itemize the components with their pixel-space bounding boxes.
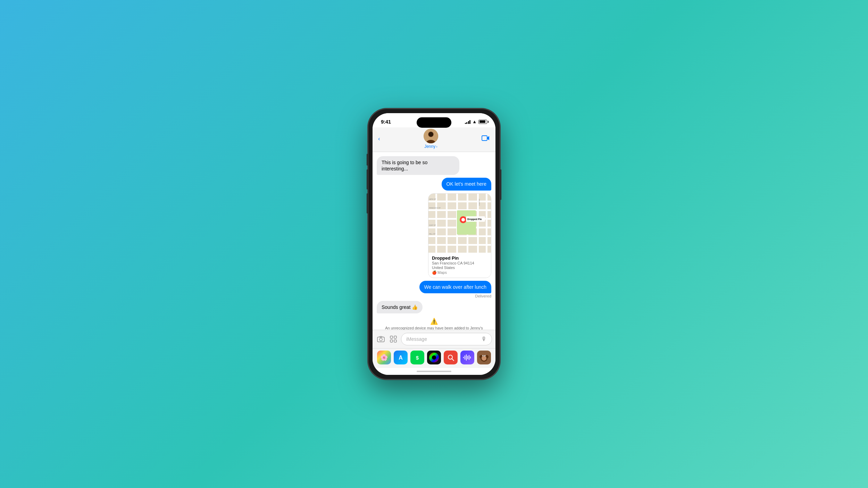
svg-rect-17 <box>486 194 487 253</box>
svg-text:A: A <box>399 355 403 361</box>
chevron-left-icon: ‹ <box>378 135 380 142</box>
svg-point-40 <box>432 355 436 360</box>
message-received-1: This is going to be so interesting... <box>377 156 491 175</box>
warning-text: An unrecognized device may have been add… <box>384 326 484 330</box>
bubble-sent-4: We can walk over after lunch <box>419 281 492 293</box>
microphone-icon: 🎙 <box>481 336 487 342</box>
svg-rect-4 <box>482 136 487 141</box>
svg-text:🌸: 🌸 <box>380 354 388 361</box>
warning-icon: ⚠️ <box>430 318 438 325</box>
video-call-button[interactable] <box>482 135 490 143</box>
svg-rect-13 <box>446 194 448 253</box>
svg-rect-33 <box>390 340 393 342</box>
svg-rect-11 <box>428 244 491 246</box>
back-button[interactable]: ‹ <box>378 135 380 142</box>
battery-icon <box>478 120 487 124</box>
apple-maps-icon: 🍎 <box>432 270 437 275</box>
svg-rect-34 <box>394 340 397 342</box>
volume-down-button[interactable] <box>367 193 368 213</box>
imessage-input[interactable]: iMessage 🎙 <box>401 333 492 345</box>
map-source: 🍎 Maps <box>432 270 487 275</box>
bubble-text-1: This is going to be so interesting... <box>382 160 427 171</box>
svg-point-57 <box>485 356 486 356</box>
contact-info[interactable]: Jenny › <box>424 129 438 149</box>
status-time: 9:41 <box>381 119 391 125</box>
svg-rect-10 <box>428 235 491 237</box>
dock-app-cashapp[interactable]: $ <box>410 351 424 364</box>
imessage-placeholder: iMessage <box>406 336 427 342</box>
map-card[interactable]: 18TH ST HANCOCK ST 21ST ST HILL ST DOLOR… <box>428 193 491 278</box>
dynamic-island <box>417 117 451 128</box>
volume-up-button[interactable] <box>367 169 368 190</box>
svg-text:Dropped Pin: Dropped Pin <box>467 218 482 221</box>
svg-rect-43 <box>463 357 464 358</box>
bubble-text-4: We can walk over after lunch <box>424 284 487 290</box>
dock-app-waveform[interactable] <box>460 351 474 364</box>
bubble-received-5: Sounds great 👍 <box>377 301 423 313</box>
svg-point-25 <box>461 218 465 221</box>
svg-text:$: $ <box>416 355 419 361</box>
apps-button[interactable] <box>389 336 398 343</box>
status-icons: ▲ <box>465 119 487 124</box>
svg-text:18TH ST: 18TH ST <box>429 198 436 200</box>
warning-notice: ⚠️ An unrecognized device may have been … <box>377 316 491 330</box>
svg-rect-48 <box>470 356 471 359</box>
home-indicator <box>373 368 495 375</box>
app-dock: 🌸 A $ <box>373 348 495 368</box>
svg-rect-18 <box>457 210 476 235</box>
video-icon <box>482 135 490 141</box>
svg-rect-45 <box>466 354 467 361</box>
nav-header: ‹ Jenny › <box>373 127 495 152</box>
delivered-label: Delivered <box>475 294 491 298</box>
svg-text:21ST ST: 21ST ST <box>429 224 436 226</box>
bubble-received-1: This is going to be so interesting... <box>377 156 459 175</box>
signal-icon <box>465 120 471 124</box>
svg-rect-47 <box>469 355 469 360</box>
message-map-3[interactable]: 18TH ST HANCOCK ST 21ST ST HILL ST DOLOR… <box>377 193 491 278</box>
chevron-right-icon: › <box>436 145 437 149</box>
svg-rect-6 <box>428 201 491 202</box>
svg-point-56 <box>483 356 484 356</box>
message-sent-4: We can walk over after lunch Delivered <box>377 281 491 298</box>
svg-rect-12 <box>435 194 437 253</box>
avatar-image <box>424 129 438 143</box>
svg-point-29 <box>379 338 382 341</box>
avatar <box>424 129 438 143</box>
svg-rect-44 <box>465 355 465 360</box>
bubble-text-5: Sounds great 👍 <box>382 304 418 310</box>
map-address-line2: United States <box>432 266 487 270</box>
svg-rect-46 <box>467 356 468 359</box>
svg-point-53 <box>482 356 486 361</box>
svg-rect-31 <box>390 336 393 338</box>
dock-app-avatar[interactable] <box>477 351 491 364</box>
contact-name-row: Jenny › <box>424 144 437 149</box>
messages-area: This is going to be so interesting... OK… <box>373 152 495 330</box>
svg-text:HANCOCK ST: HANCOCK ST <box>429 207 441 209</box>
map-source-label: Maps <box>437 270 447 275</box>
camera-button[interactable] <box>376 336 386 342</box>
message-sent-2: OK let's meet here <box>377 178 491 190</box>
svg-text:DOLORES: DOLORES <box>478 199 480 206</box>
svg-line-42 <box>452 359 454 361</box>
map-title: Dropped Pin <box>432 255 487 261</box>
dock-app-photos[interactable]: 🌸 <box>377 351 391 364</box>
svg-point-3 <box>428 132 433 137</box>
wifi-icon: ▲ <box>472 119 477 124</box>
map-visual: 18TH ST HANCOCK ST 21ST ST HILL ST DOLOR… <box>428 194 491 253</box>
bubble-sent-2: OK let's meet here <box>442 178 492 190</box>
bubble-text-2: OK let's meet here <box>446 181 487 187</box>
dock-app-color[interactable] <box>427 351 441 364</box>
phone-screen: 9:41 ▲ ‹ <box>373 113 495 375</box>
dock-app-appstore[interactable]: A <box>394 351 408 364</box>
home-bar <box>417 371 451 372</box>
phone-device: 9:41 ▲ ‹ <box>368 109 500 379</box>
map-address-line1: San Francisco CA 94114 <box>432 261 487 265</box>
contact-name-label: Jenny <box>424 144 435 149</box>
power-button[interactable] <box>500 169 501 200</box>
svg-rect-32 <box>394 336 397 338</box>
input-area: iMessage 🎙 <box>373 330 495 348</box>
svg-rect-28 <box>377 337 384 342</box>
message-received-5: Sounds great 👍 <box>377 301 491 313</box>
dock-app-search[interactable] <box>444 351 458 364</box>
map-info: Dropped Pin San Francisco CA 94114 Unite… <box>428 253 491 278</box>
